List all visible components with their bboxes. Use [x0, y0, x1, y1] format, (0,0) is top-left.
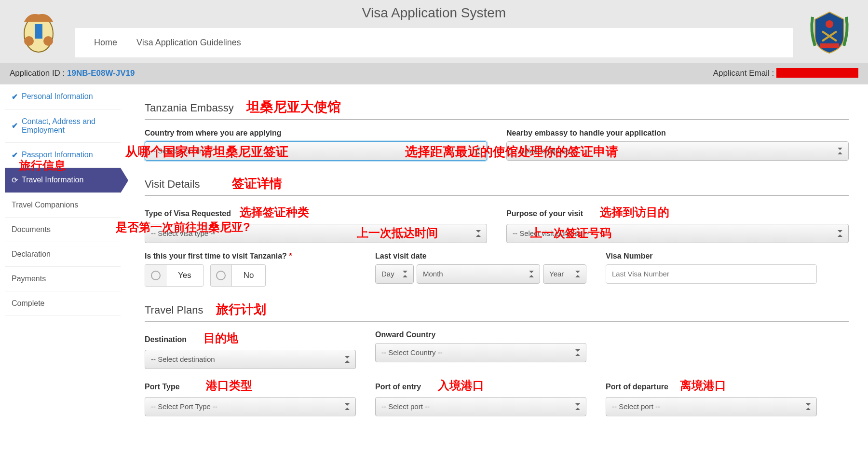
step-documents[interactable]: Documents — [5, 218, 121, 242]
annotation: 离境港口 — [680, 379, 726, 392]
step-payments[interactable]: Payments — [5, 267, 121, 291]
section-visit-title: Visit Details 签证详情 — [145, 175, 849, 196]
check-icon: ✔ — [12, 92, 18, 101]
annotation: 入境港口 — [438, 379, 484, 392]
spinner-icon: ⟳ — [12, 176, 18, 185]
header: Visa Application System Home Visa Applic… — [0, 0, 868, 63]
application-id-value: 19NB-E08W-JV19 — [67, 69, 135, 78]
first-time-yes[interactable]: Yes — [145, 264, 203, 287]
onward-country-select[interactable]: -- Select Country -- — [375, 343, 586, 362]
applicant-email: Applicant Email : — [713, 69, 858, 79]
steps-sidebar: ✔Personal Information ✔Contact, Address … — [5, 84, 121, 444]
country-emblem-icon — [14, 7, 63, 55]
svg-rect-3 — [35, 24, 42, 39]
svg-point-1 — [24, 36, 34, 46]
nav-home[interactable]: Home — [94, 38, 117, 48]
nearby-embassy-label: Nearby embassy to handle your applicatio… — [506, 129, 849, 137]
visa-type-select[interactable]: -- Select visa type -- — [145, 224, 487, 243]
annotation: 选择到访目的 — [600, 206, 669, 219]
annotation: 目的地 — [203, 331, 238, 344]
check-icon: ✔ — [12, 151, 18, 160]
step-travel-information[interactable]: ⟳Travel Information — [5, 168, 121, 193]
svg-rect-5 — [820, 43, 839, 48]
port-type-select[interactable]: -- Select Port Type -- — [145, 397, 356, 416]
svg-point-2 — [43, 36, 53, 46]
form-main: Tanzania Embassy 坦桑尼亚大使馆 Country from wh… — [121, 84, 863, 444]
step-personal-information[interactable]: ✔Personal Information — [5, 84, 121, 110]
nearby-embassy-select[interactable]: -- Select embassy -- — [506, 141, 849, 161]
port-entry-label: Port of entry 入境港口 — [375, 378, 586, 393]
first-time-no[interactable]: No — [210, 264, 266, 287]
port-type-label: Port Type 港口类型 — [145, 378, 356, 393]
purpose-select[interactable]: -- Select visit purpose -- — [506, 224, 849, 243]
section-embassy-title: Tanzania Embassy 坦桑尼亚大使馆 — [145, 98, 849, 120]
purpose-label: Purpose of your visit 选择到访目的 — [506, 205, 849, 220]
port-entry-select[interactable]: -- Select port -- — [375, 397, 586, 416]
nav-bar: Home Visa Application Guidelines — [75, 28, 793, 57]
step-travel-companions[interactable]: Travel Companions — [5, 193, 121, 218]
annotation: 选择签证种类 — [240, 206, 309, 219]
visa-number-label: Visa Number — [606, 252, 817, 261]
annotation: 签证详情 — [232, 176, 282, 191]
country-apply-label: Country from where you are applying — [145, 129, 487, 137]
port-departure-label: Port of departure 离境港口 — [606, 378, 817, 393]
last-visit-year-select[interactable]: Year — [543, 264, 586, 284]
section-plans-title: Travel Plans 旅行计划 — [145, 301, 849, 322]
onward-country-label: Onward Country — [375, 330, 586, 339]
immigration-badge-icon — [805, 7, 854, 55]
svg-point-4 — [826, 20, 833, 28]
last-visit-date-label: Last visit date — [375, 252, 586, 261]
port-departure-select[interactable]: -- Select port -- — [606, 397, 817, 416]
destination-select[interactable]: -- Select destination — [145, 350, 356, 369]
annotation: 旅行计划 — [216, 302, 266, 316]
first-time-label: Is this your first time to visit Tanzani… — [145, 252, 356, 261]
step-declaration[interactable]: Declaration — [5, 242, 121, 267]
last-visit-month-select[interactable]: Month — [417, 264, 540, 284]
annotation: 港口类型 — [206, 379, 252, 392]
check-icon: ✔ — [12, 121, 18, 130]
last-visit-day-select[interactable]: Day — [375, 264, 414, 284]
step-complete[interactable]: Complete — [5, 291, 121, 316]
application-id: Application ID : 19NB-E08W-JV19 — [10, 69, 135, 79]
step-contact-address-employment[interactable]: ✔Contact, Address and Employment — [5, 110, 121, 143]
visa-type-label: Type of Visa Requested 选择签证种类 — [145, 205, 487, 220]
step-passport-information[interactable]: ✔Passport Information — [5, 143, 121, 168]
destination-label: Destination 目的地 — [145, 330, 356, 346]
email-redacted — [776, 68, 858, 78]
annotation: 坦桑尼亚大使馆 — [246, 99, 341, 114]
nav-guidelines[interactable]: Visa Application Guidelines — [136, 38, 241, 48]
system-title: Visa Application System — [63, 5, 805, 21]
country-apply-select[interactable]: -- Select Country -- — [145, 141, 487, 161]
visa-number-input[interactable] — [606, 264, 817, 284]
info-bar: Application ID : 19NB-E08W-JV19 Applican… — [0, 63, 868, 84]
